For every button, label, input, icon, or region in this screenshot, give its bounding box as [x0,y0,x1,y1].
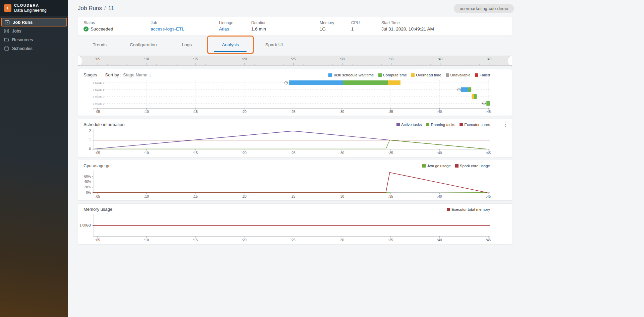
stage-segment-wait[interactable] [461,87,468,92]
x-tick-label: :45 [486,238,491,242]
scrubber-tick-label: :20 [242,57,247,61]
sidebar-nav: Job RunsJobsResourcesSchedules [0,16,68,53]
legend-swatch [447,208,450,211]
summary-value-text: 1 [351,26,354,31]
legend-swatch [378,73,382,77]
scrubber-minor-tick [450,64,450,65]
tab-trends[interactable]: Trends [78,37,121,52]
sort-direction-icon: ↓ [149,72,151,77]
legend-label: Unavailable [450,73,471,77]
scrubber-tick-label: :05 [95,57,100,61]
tab-label: Trends [93,42,107,47]
scrubber-minor-tick [479,64,480,65]
sidebar-item-label: Schedules [12,46,33,51]
legend-item: Jvm gc usage [422,164,451,168]
sidebar-item-label: Jobs [12,28,21,34]
breadcrumb: Job Runs/11 [78,5,114,12]
x-tick-label: :15 [193,110,198,114]
scrubber-minor-tick [283,64,284,65]
scrubber-minor-tick [411,64,411,65]
y-tick-label: 1 [89,138,91,142]
summary-field-label: Lineage [219,20,251,25]
cpu-legend: Jvm gc usageSpark core usage [418,164,490,168]
sort-by-control[interactable]: Sort by : Stage Name ↓ [105,72,151,77]
summary-field-value[interactable]: access-logs-ETL [151,26,219,31]
y-tick-label: 0% [86,191,91,194]
breadcrumb-section[interactable]: Job Runs [78,5,102,11]
legend-swatch [475,73,478,77]
scrubber-minor-tick [372,64,372,65]
legend-swatch [396,123,400,126]
timeline-scrubber[interactable]: :05:10:15:20:25:30:35:40:45 [78,56,512,66]
y-tick-label: 40% [84,180,91,184]
memory-usage-panel: Memory usage Executor total memory 1.00G… [78,203,512,244]
summary-field-job: Jobaccess-logs-ETL [151,20,219,31]
memory-title: Memory usage [84,207,112,212]
tab-analysis[interactable]: Analysis [209,37,252,52]
stage-segment-overhead[interactable] [388,80,400,85]
stage-start-marker-dot [286,82,287,83]
sidebar-item-label: Job Runs [13,20,33,25]
topbar: Job Runs/11 usermarketing-cde-demo [78,0,512,17]
legend-label: Executor total memory [451,207,490,211]
sidebar-item-jobs[interactable]: Jobs [1,26,67,35]
tab-spark-ui[interactable]: Spark UI [252,37,296,52]
scrubber-minor-tick [156,64,157,65]
kebab-menu-icon[interactable]: ⋮ [503,121,508,128]
x-tick-label: :05 [95,110,100,114]
sidebar-item-job-runs[interactable]: Job Runs [1,18,67,26]
scrubber-minor-tick [107,64,108,65]
stage-segment-compute[interactable] [343,80,388,85]
y-tick-label: 0 [89,147,91,151]
sidebar-item-resources[interactable]: Resources [1,35,67,44]
stage-segment-wait[interactable] [289,80,343,85]
x-tick-label: :05 [95,195,100,198]
memory-header: Memory usage Executor total memory [78,204,512,212]
x-tick-label: :20 [242,238,247,242]
y-tick-label: 2 [89,129,91,133]
tab-configuration[interactable]: Configuration [121,37,165,52]
summary-field-label: Status [84,20,151,25]
scrubber-minor-tick [166,64,166,65]
scrubber-minor-tick [225,64,225,65]
cpu-title: Cpu usage gc [84,163,110,168]
stage-row-label: STAGE 2 [93,95,105,98]
tab-label: Logs [182,42,192,47]
tab-label: Spark UI [265,42,283,47]
x-tick-label: :30 [339,238,344,242]
stages-legend: Task schedule wait timeCompute timeOverh… [324,73,490,77]
legend-item: Running tasks [426,123,455,127]
sidebar-item-label: Resources [12,37,33,42]
cpu-header: Cpu usage gc Jvm gc usageSpark core usag… [78,160,512,169]
scrubber-right-handle[interactable] [508,56,512,66]
scrubber-minor-tick [381,64,382,65]
tabs: TrendsConfigurationLogsAnalysisSpark UI [78,37,512,52]
x-tick-label: :25 [291,195,296,198]
environment-badge[interactable]: usermarketing-cde-demo [454,4,514,13]
stage-segment-compute[interactable] [486,101,490,106]
summary-field-label: Duration [251,20,320,25]
legend-swatch [426,123,429,126]
summary-field-label: Start Time [381,20,506,25]
brand-text: CLOUDERA Data Engineering [14,3,47,12]
summary-value-text: Succeeded [91,26,113,31]
tab-label: Analysis [222,42,239,47]
legend-label: Failed [480,73,490,77]
tab-logs[interactable]: Logs [165,37,209,52]
scrubber-major-tick [440,63,440,65]
sidebar: CLOUDERA Data Engineering Job RunsJobsRe… [0,0,68,317]
legend-swatch [460,123,463,126]
stages-header: Stages Sort by : Stage Name ↓ Task sched… [78,69,512,78]
sidebar-item-schedules[interactable]: Schedules [1,44,67,53]
stage-segment-compute[interactable] [468,87,471,92]
legend-label: Running tasks [431,123,455,127]
stage-segment-compute[interactable] [474,94,477,99]
summary-field-value[interactable]: Atlas [219,26,251,31]
scrubber-major-tick [489,63,489,65]
stage-segment-overhead[interactable] [472,94,474,99]
legend-label: Overhead time [416,73,441,77]
summary-field-label: Memory [320,20,351,25]
legend-swatch [411,73,415,77]
scrubber-left-handle[interactable] [78,56,82,66]
cpu-usage-panel: Cpu usage gc Jvm gc usageSpark core usag… [78,160,512,201]
